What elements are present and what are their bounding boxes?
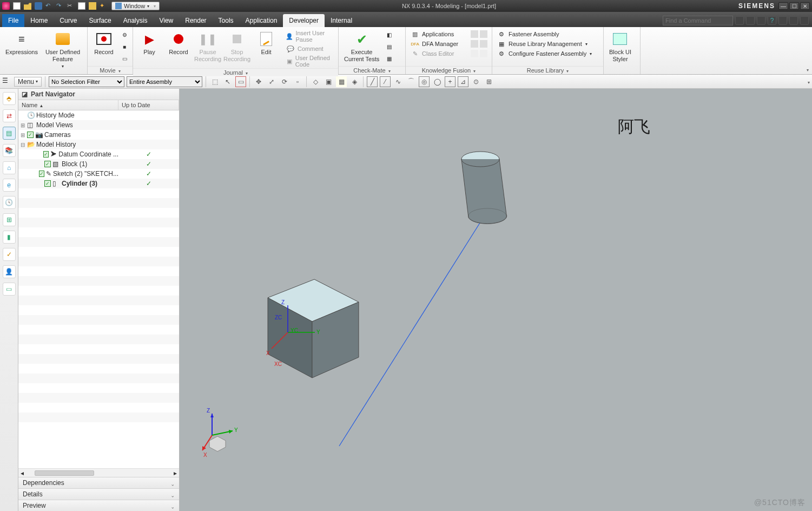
user-defined-feature-button[interactable]: User Defined Feature▾ [42, 29, 83, 71]
snap-tangent-icon[interactable]: ⌒ [406, 76, 417, 87]
tab-render[interactable]: Render [179, 14, 212, 27]
history-icon[interactable]: 🕓 [3, 196, 16, 209]
tree-row[interactable]: 🕓 History Mode [18, 110, 179, 120]
snap-perp-icon[interactable]: ⊿ [458, 76, 468, 87]
tab-tools[interactable]: Tools [213, 14, 240, 27]
mdi-minimize-icon[interactable] [778, 16, 787, 25]
part-nav-icon[interactable]: ▤ [3, 127, 16, 140]
snap-endpoint-icon[interactable]: ⁄ [380, 76, 391, 87]
sel-tool-8[interactable]: ◇ [310, 76, 321, 87]
snap-grid-icon[interactable]: ⊞ [484, 76, 494, 87]
ribbon-overflow-button[interactable] [806, 65, 809, 73]
snap-intersect-icon[interactable]: + [445, 76, 455, 87]
fullscreen-icon[interactable] [746, 16, 755, 25]
new-icon[interactable] [13, 2, 21, 10]
section-dependencies[interactable]: Dependencies⌃ [18, 477, 179, 488]
copy-icon[interactable] [78, 2, 85, 10]
checkmate-opt1-icon[interactable]: ◧ [384, 29, 394, 40]
journal-edit-button[interactable]: Edit [252, 29, 280, 57]
reuse-lib-mgmt-button[interactable]: ▦Reuse Library Management ▾ [494, 39, 601, 49]
minimize-button[interactable]: — [778, 2, 788, 10]
sel-tool-11[interactable]: ◈ [349, 76, 360, 87]
movie-region-icon[interactable]: ▭ [119, 53, 130, 64]
configure-fastener-button[interactable]: ⚙Configure Fastener Assembly ▾ [494, 49, 601, 58]
sel-tool-9[interactable]: ▣ [323, 76, 334, 87]
checkmate-opt3-icon[interactable]: ▦ [384, 53, 394, 64]
minimize-ribbon-icon[interactable] [757, 16, 765, 25]
col-uptodate[interactable]: Up to Date [118, 100, 179, 110]
movie-stop-icon[interactable]: ■ [119, 41, 130, 52]
tab-surface[interactable]: Surface [83, 14, 117, 27]
movie-settings-icon[interactable]: ⚙ [119, 29, 130, 40]
cut-icon[interactable]: ✂ [67, 2, 75, 10]
tree-row[interactable]: ⊟📂 Model History [18, 140, 179, 149]
journal-record-button[interactable]: Record [164, 29, 193, 57]
sel-tool-7[interactable]: ▫ [292, 76, 303, 87]
snap-center-icon[interactable]: ◎ [419, 76, 430, 87]
fastener-assembly-button[interactable]: ⚙Fastener Assembly [494, 29, 601, 39]
tab-home[interactable]: Home [24, 14, 54, 27]
checkmate-icon-rail[interactable]: ✓ [3, 248, 16, 261]
tree-row[interactable]: ✓⮞ Datum Coordinate ...✓ [18, 149, 179, 159]
tab-view[interactable]: View [153, 14, 179, 27]
section-details[interactable]: Details⌃ [18, 488, 179, 500]
hd3d-icon[interactable]: ▭ [3, 283, 16, 296]
roles-icon[interactable]: 👤 [3, 265, 16, 278]
sel-tool-1[interactable]: ⬚ [209, 76, 220, 87]
tree-row[interactable]: ⊞✓📷 Cameras [18, 130, 179, 140]
navigator-hscroll[interactable]: ◂▸ [18, 468, 179, 477]
system-icon[interactable]: ⊞ [3, 213, 16, 226]
selbar-overflow[interactable] [807, 78, 810, 86]
sel-tool-2[interactable]: ↖ [222, 76, 233, 87]
help-icon[interactable]: ? [768, 16, 776, 25]
snap-line-icon[interactable]: ╱ [367, 76, 378, 87]
journal-play-button[interactable]: ▶Play [135, 29, 163, 57]
expressions-button[interactable]: ≡ Expressions [2, 29, 41, 57]
tab-curve[interactable]: Curve [54, 14, 83, 27]
tab-application[interactable]: Application [240, 14, 283, 27]
touch-icon[interactable]: ✦ [100, 2, 107, 10]
assembly-nav-icon[interactable]: ⬘ [3, 92, 16, 105]
undo-icon[interactable]: ↶ [45, 2, 53, 10]
sel-tool-10[interactable]: ▦ [336, 76, 347, 87]
sel-tool-5[interactable]: ⤢ [266, 76, 277, 87]
mdi-close-icon[interactable] [800, 16, 809, 25]
navigator-tree[interactable]: 🕓 History Mode⊞◫ Model Views⊞✓📷 Cameras⊟… [18, 110, 179, 468]
tree-row[interactable]: ✓▯ Cylinder (3)✓ [18, 179, 179, 188]
tree-row[interactable]: ✓✎ Sketch (2) "SKETCH...✓ [18, 169, 179, 179]
maximize-button[interactable]: ☐ [789, 2, 799, 10]
reuse-lib-icon[interactable]: 📚 [3, 144, 16, 157]
execute-tests-button[interactable]: ✔Execute Current Tests [341, 29, 382, 64]
selection-filter-select[interactable]: No Selection Filter [49, 76, 124, 87]
web-icon[interactable]: ⌂ [3, 161, 16, 174]
redo-icon[interactable]: ↷ [56, 2, 64, 10]
snap-curve-icon[interactable]: ∿ [393, 76, 404, 87]
selection-scope-select[interactable]: Entire Assembly [127, 76, 202, 87]
mdi-restore-icon[interactable] [789, 16, 798, 25]
visualization-icon[interactable]: ▮ [3, 231, 16, 244]
menu-button[interactable]: Menu▾ [14, 77, 42, 87]
tab-analysis[interactable]: Analysis [117, 14, 154, 27]
command-search-input[interactable] [663, 16, 733, 25]
close-button[interactable]: ✕ [800, 2, 810, 10]
snap-quad-icon[interactable]: ◯ [432, 76, 443, 87]
tab-internal[interactable]: Internal [325, 14, 358, 27]
checkmate-opt2-icon[interactable]: ▤ [384, 41, 394, 52]
window-menu[interactable]: Window ▾ ▾ [111, 2, 160, 10]
paste-icon[interactable] [89, 2, 96, 10]
sel-tool-4[interactable]: ✥ [253, 76, 264, 87]
tab-file[interactable]: File [2, 14, 24, 27]
movie-record-button[interactable]: Record [90, 29, 118, 57]
section-preview[interactable]: Preview⌃ [18, 500, 179, 511]
snap-point-icon[interactable]: ⊙ [471, 76, 481, 87]
ie-icon[interactable]: e [3, 179, 16, 192]
tree-row[interactable]: ⊞◫ Model Views [18, 120, 179, 130]
col-name[interactable]: Name [22, 102, 37, 108]
constraint-nav-icon[interactable]: ⇄ [3, 109, 16, 122]
sel-tool-3[interactable]: ▭ [235, 76, 246, 87]
kf-applications-button[interactable]: ▥Applications [408, 29, 490, 39]
tab-developer[interactable]: Developer [283, 14, 325, 27]
block-ui-styler-button[interactable]: Block UI Styler [606, 29, 635, 64]
quick-access-toolbar[interactable]: ↶ ↷ ✂ ✦ [2, 2, 107, 10]
save-icon[interactable] [35, 2, 42, 10]
